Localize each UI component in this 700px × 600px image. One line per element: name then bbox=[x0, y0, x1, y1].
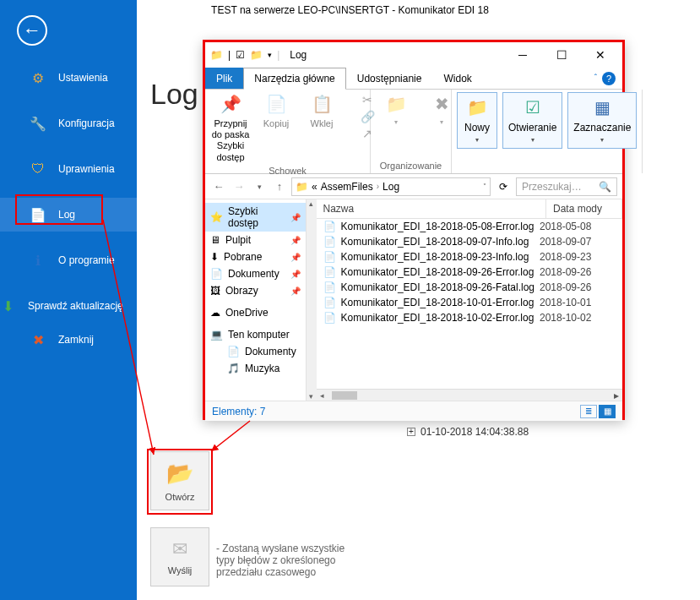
new-button[interactable]: 📁 Nowy▾ bbox=[457, 92, 497, 149]
tree-icon: 💻 bbox=[210, 329, 223, 341]
tab-share[interactable]: Udostępnianie bbox=[346, 68, 433, 89]
tree-item-music[interactable]: 🎵Muzyka bbox=[205, 360, 306, 377]
view-icons-button[interactable]: ▦ bbox=[599, 405, 616, 418]
tree-item-quick[interactable]: ⭐Szybki dostęp📌 bbox=[205, 203, 306, 232]
copy-icon: 📄 bbox=[264, 92, 288, 116]
sidebar-icon: 📄 bbox=[30, 206, 46, 223]
sidebar-item-sprawd-aktualizacj-[interactable]: ⬇Sprawdź aktualizację bbox=[0, 289, 137, 323]
nav-back-button[interactable]: ← bbox=[210, 178, 227, 195]
paste-button[interactable]: 📋 Wklej bbox=[301, 92, 342, 129]
minimize-button[interactable]: ─ bbox=[506, 44, 540, 66]
column-date[interactable]: Data mody bbox=[546, 199, 622, 218]
open-card[interactable]: 📂 Otwórz bbox=[150, 451, 209, 510]
folder-icon: 📁 bbox=[210, 49, 223, 61]
sidebar-item-zamknij[interactable]: ✖Zamknij bbox=[0, 323, 137, 357]
sidebar-item-o-programie[interactable]: ℹO programie bbox=[0, 243, 137, 277]
breadcrumb-overflow[interactable]: « bbox=[312, 181, 317, 193]
sidebar-item-label: Uprawnienia bbox=[58, 163, 115, 175]
checkbox-icon[interactable]: ☑ bbox=[236, 49, 245, 61]
tree-item-documents[interactable]: 📄Dokumenty📌 bbox=[205, 265, 306, 282]
tree-item-thispc[interactable]: 💻Ten komputer bbox=[205, 326, 306, 343]
nav-history-button[interactable]: ▾ bbox=[251, 178, 268, 195]
sidebar-item-uprawnienia[interactable]: 🛡Uprawnienia bbox=[0, 152, 137, 186]
moveto-icon: 📁 bbox=[384, 92, 408, 116]
sidebar-item-konfiguracja[interactable]: 🔧Konfiguracja bbox=[0, 106, 137, 140]
paste-icon: 📋 bbox=[310, 92, 334, 116]
tree-label: Dokumenty bbox=[228, 268, 279, 280]
nav-up-button[interactable]: ↑ bbox=[271, 178, 288, 195]
sidebar-item-label: Ustawienia bbox=[58, 72, 108, 84]
tree-item-docs2[interactable]: 📄Dokumenty bbox=[205, 343, 306, 360]
timestamp-row[interactable]: + 01-10-2018 14:04:38.88 bbox=[407, 426, 529, 438]
file-row[interactable]: 📄Komunikator_EDI_18-2018-09-26-Error.log… bbox=[317, 265, 622, 280]
open-button[interactable]: ☑ Otwieranie▾ bbox=[502, 92, 562, 149]
tree-scrollbar[interactable]: ▴ ▾ bbox=[307, 199, 317, 401]
file-date: 2018-05-08 bbox=[540, 221, 616, 232]
pin-quick-access-button[interactable]: 📌 Przypnij do paska Szybki dostęp bbox=[210, 92, 251, 163]
select-button[interactable]: ▦ Zaznaczanie▾ bbox=[567, 92, 637, 149]
tree-item-pictures[interactable]: 🖼Obrazy📌 bbox=[205, 282, 306, 299]
tree-label: Pobrane bbox=[224, 251, 262, 263]
tree-label: Obrazy bbox=[225, 285, 258, 297]
tab-home[interactable]: Narzędzia główne bbox=[243, 68, 345, 90]
sidebar-icon: ✖ bbox=[30, 331, 46, 348]
search-input[interactable]: Przeszukaj… 🔍 bbox=[516, 177, 617, 196]
file-row[interactable]: 📄Komunikator_EDI_18-2018-09-23-Info.log2… bbox=[317, 249, 622, 265]
copy-button[interactable]: 📄 Kopiuj bbox=[256, 92, 296, 129]
path-dropdown[interactable]: ˅ bbox=[483, 183, 486, 190]
tree-label: Muzyka bbox=[245, 363, 279, 374]
file-date: 2018-09-23 bbox=[540, 251, 616, 263]
explorer-titlebar[interactable]: 📁 | ☑ 📁 ▾ | Log ─ ☐ ✕ bbox=[205, 42, 622, 68]
help-icon[interactable]: ? bbox=[602, 72, 616, 85]
file-name: Komunikator_EDI_18-2018-09-23-Info.log bbox=[341, 251, 529, 263]
horizontal-scrollbar[interactable]: ◂ ▸ bbox=[317, 389, 622, 401]
tree-icon: 📄 bbox=[210, 268, 223, 280]
move-to-button[interactable]: 📁▾ bbox=[376, 92, 416, 126]
breadcrumb-assemfiles[interactable]: AssemFiles bbox=[321, 181, 373, 193]
shortcut-icon: ↗ bbox=[360, 126, 375, 141]
refresh-button[interactable]: ⟳ bbox=[494, 177, 513, 196]
nav-tree: ⭐Szybki dostęp📌🖥Pulpit📌⬇Pobrane📌📄Dokumen… bbox=[205, 199, 307, 401]
qat-divider: | bbox=[228, 49, 231, 61]
tree-item-onedrive[interactable]: ☁OneDrive bbox=[205, 304, 306, 321]
maximize-button[interactable]: ☐ bbox=[545, 44, 578, 66]
tree-item-desktop[interactable]: 🖥Pulpit📌 bbox=[205, 232, 306, 248]
status-text: Elementy: 7 bbox=[212, 406, 265, 417]
folder-open-icon: 📂 bbox=[166, 461, 193, 487]
tree-item-downloads[interactable]: ⬇Pobrane📌 bbox=[205, 248, 306, 265]
sidebar-item-label: Log bbox=[58, 209, 75, 221]
file-row[interactable]: 📄Komunikator_EDI_18-2018-10-02-Error.log… bbox=[317, 310, 622, 325]
search-placeholder: Przeszukaj… bbox=[522, 181, 582, 193]
sidebar-icon: ⚙ bbox=[30, 69, 46, 86]
file-row[interactable]: 📄Komunikator_EDI_18-2018-09-07-Info.log2… bbox=[317, 234, 622, 249]
file-row[interactable]: 📄Komunikator_EDI_18-2018-09-26-Fatal.log… bbox=[317, 280, 622, 295]
file-icon: 📄 bbox=[323, 221, 336, 232]
qat-overflow[interactable]: ▾ bbox=[268, 51, 272, 59]
close-button[interactable]: ✕ bbox=[583, 44, 617, 66]
search-icon: 🔍 bbox=[599, 181, 611, 193]
ribbon-collapse-icon[interactable]: ˆ bbox=[594, 74, 597, 83]
delete-button[interactable]: ✖▾ bbox=[421, 92, 462, 126]
back-button[interactable]: ← bbox=[17, 15, 47, 46]
expand-icon[interactable]: + bbox=[407, 428, 415, 436]
nav-forward-button[interactable]: → bbox=[231, 178, 247, 195]
file-row[interactable]: 📄Komunikator_EDI_18-2018-10-01-Error.log… bbox=[317, 295, 622, 310]
file-row[interactable]: 📄Komunikator_EDI_18-2018-05-08-Error.log… bbox=[317, 219, 622, 234]
column-name[interactable]: Nazwa bbox=[317, 199, 546, 218]
tree-icon: 🎵 bbox=[210, 363, 240, 374]
tree-icon: 🖥 bbox=[210, 234, 220, 246]
breadcrumb-log[interactable]: Log bbox=[383, 181, 399, 193]
sidebar-item-log[interactable]: 📄Log bbox=[0, 198, 137, 232]
sidebar-item-ustawienia[interactable]: ⚙Ustawienia bbox=[0, 61, 137, 95]
file-icon: 📄 bbox=[323, 281, 336, 293]
file-date: 2018-09-26 bbox=[540, 281, 616, 293]
file-list: Nazwa Data mody 📄Komunikator_EDI_18-2018… bbox=[317, 199, 622, 401]
file-date: 2018-09-26 bbox=[540, 266, 616, 278]
send-card[interactable]: ✉ Wyślij bbox=[150, 527, 209, 586]
tab-view[interactable]: Widok bbox=[432, 68, 482, 89]
file-date: 2018-09-07 bbox=[540, 236, 616, 248]
view-details-button[interactable]: ≣ bbox=[580, 405, 597, 418]
path-bar[interactable]: 📁 « AssemFiles › Log ˅ bbox=[291, 177, 491, 196]
new-folder-icon: 📁 bbox=[465, 95, 489, 119]
tab-file[interactable]: Plik bbox=[205, 68, 243, 89]
